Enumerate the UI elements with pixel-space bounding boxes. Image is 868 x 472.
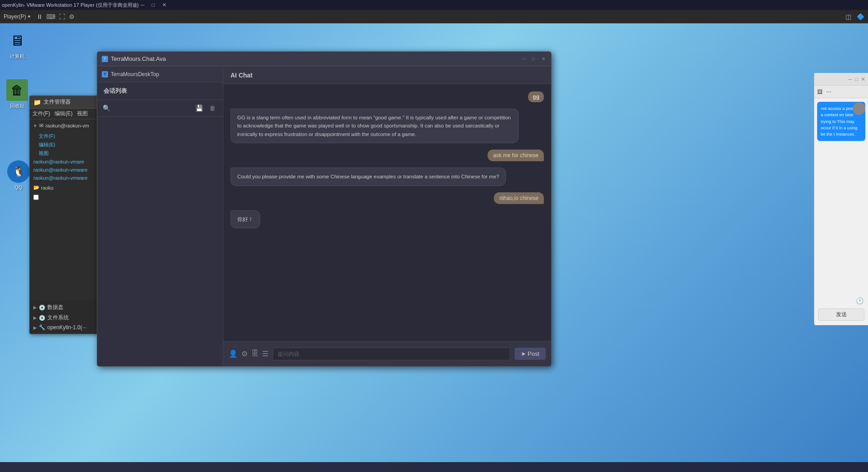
desktop-icon-trash[interactable]: 🗑 回收站 [5, 77, 30, 111]
vmware-icon-right[interactable]: 🔷 [857, 13, 864, 20]
email-icon: ✉ [39, 123, 44, 129]
chat-titlebar-controls: ─ □ ✕ [520, 56, 547, 62]
message-2: GG is a slang term often used in abbrevi… [231, 109, 519, 143]
chat-maximize-btn[interactable]: □ [530, 56, 537, 62]
sidebar-section-title: 会话列表 [97, 82, 223, 100]
msg-bubble-4: Could you please provide me with some Ch… [231, 168, 506, 186]
player-menu[interactable]: Player(P) ▼ [4, 14, 31, 20]
right-panel: ─ □ ✕ 🖼 ⋯ not access a posing a context … [814, 73, 868, 325]
chat-tab-label: AI Chat [231, 72, 253, 79]
tree-arrow-icon-2: ▶ [33, 315, 37, 320]
chat-messages: gg GG is a slang term often used in abbr… [223, 84, 551, 341]
email-addr-0: raokun@raokun-vm [45, 123, 89, 128]
chat-title-group: T TerraMours.Chat.Ava [102, 55, 520, 62]
tree-label-openkylin: openKylin-1.0(··· [47, 324, 86, 331]
rp-clock-icon: 🕐 [856, 297, 863, 304]
msg-bubble-1: gg [528, 91, 544, 102]
delete-icon[interactable]: 🗑 [208, 104, 217, 113]
player-icons: ⏸ ⌨ ⛶ ⚙ [36, 13, 75, 20]
rp-icons-row: 🖼 ⋯ [814, 86, 868, 98]
trash-icon: 🗑 [6, 79, 28, 101]
send-ctrl-alt-del-icon[interactable]: ⌨ [46, 13, 55, 20]
chat-input-icons: 👤 ⚙ 🗄 ☰ [229, 349, 268, 358]
tree-label-disk1: 数据盘 [47, 304, 63, 311]
rp-maximize-btn[interactable]: □ [855, 76, 858, 82]
fm-menu-file[interactable]: 文件(F) [32, 110, 50, 118]
fullscreen-icon[interactable]: ⛶ [59, 13, 65, 20]
rp-close-btn[interactable]: ✕ [861, 76, 865, 82]
tree-arrow-icon: ▶ [33, 305, 37, 310]
chat-minimize-btn[interactable]: ─ [520, 56, 527, 62]
folder-icon: 📁 [33, 99, 41, 106]
folder-open-icon: 📂 [33, 185, 40, 191]
rp-minimize-btn[interactable]: ─ [848, 76, 852, 82]
rp-avatar [853, 102, 865, 115]
post-button[interactable]: ➤ Post [515, 348, 546, 360]
tree-arrow-icon-3: ▶ [33, 325, 37, 330]
message-5: nihao,io chinese [494, 192, 544, 204]
disk-icon-1: 💿 [39, 304, 45, 311]
desktop-icon-computer[interactable]: 🖥 计算机 [5, 28, 30, 62]
chat-text-input[interactable] [273, 348, 510, 360]
trash-label: 回收站 [10, 103, 25, 109]
gear-icon[interactable]: ⚙ [241, 349, 248, 358]
message-6: 你好！ [231, 210, 260, 228]
arrow-down-icon: ▼ [33, 123, 37, 128]
rp-send-btn[interactable]: 发送 [818, 309, 864, 321]
chat-window: T TerraMours.Chat.Ava ─ □ ✕ T TerraMours… [97, 51, 552, 367]
sidebar-action-btns: 💾 🗑 [194, 104, 217, 113]
file-manager-title: 文件管理器 [44, 98, 71, 106]
pause-icon[interactable]: ⏸ [36, 13, 43, 20]
chat-sidebar: T TerraMoursDeskTop 会话列表 🔍 💾 🗑 [97, 66, 223, 366]
fm-menu-view[interactable]: 视图 [77, 110, 88, 118]
computer-label: 计算机 [10, 53, 25, 60]
chat-main-header: AI Chat [223, 66, 551, 84]
fm-check[interactable] [33, 195, 39, 200]
sidebar-app-header: T TerraMoursDeskTop [97, 66, 223, 82]
chat-body: T TerraMoursDeskTop 会话列表 🔍 💾 🗑 [97, 66, 551, 366]
msg-bubble-2: GG is a slang term often used in abbrevi… [231, 109, 519, 143]
unity-icon[interactable]: ◫ [845, 13, 851, 20]
msg-bubble-6: 你好！ [231, 210, 260, 228]
bottom-taskbar [0, 462, 868, 472]
save-icon[interactable]: 💾 [194, 104, 205, 113]
sidebar-search-row: 🔍 💾 🗑 [97, 100, 223, 117]
user-icon[interactable]: 👤 [229, 349, 238, 358]
sidebar-app-title: TerraMoursDeskTop [111, 71, 159, 77]
message-4: Could you please provide me with some Ch… [231, 168, 506, 186]
tree-label-disk2: 文件系统 [47, 314, 69, 322]
qq-icon: 🐧 [7, 160, 30, 183]
vmware-title: openKylin- VMware Workstation 17 Player … [2, 2, 139, 9]
minimize-btn[interactable]: ─ [139, 2, 146, 8]
sidebar-app-icon: T [102, 71, 108, 77]
openkylin-icon: 🔧 [39, 324, 45, 331]
database-icon[interactable]: 🗄 [251, 349, 258, 358]
msg-bubble-5: nihao,io chinese [494, 192, 544, 204]
chat-main: AI Chat gg GG is a slang term often used… [223, 66, 551, 366]
chat-close-btn[interactable]: ✕ [540, 56, 547, 62]
vmware-titlebar: openKylin- VMware Workstation 17 Player … [0, 0, 868, 10]
chat-titlebar: T TerraMours.Chat.Ava ─ □ ✕ [97, 52, 551, 66]
search-input[interactable] [113, 105, 191, 111]
chat-window-icon: T [102, 56, 108, 62]
desktop: 🖥 计算机 🗑 回收站 🐧 QQ 📁 文件管理器 ✕ 文件(F) 编辑(E) 视… [0, 23, 868, 462]
right-panel-titlebar: ─ □ ✕ [814, 73, 868, 86]
disk-icon-2: 💿 [39, 315, 45, 321]
msg-bubble-3: ask me for chinese [488, 150, 544, 161]
qq-label: QQ [14, 185, 22, 190]
rp-image-icon[interactable]: 🖼 [817, 89, 823, 95]
fm-menu-edit[interactable]: 编辑(E) [54, 110, 72, 118]
menu-icon[interactable]: ☰ [262, 349, 268, 358]
send-arrow-icon: ➤ [521, 350, 526, 357]
maximize-btn[interactable]: □ [150, 2, 157, 8]
search-icon: 🔍 [103, 104, 110, 112]
rp-more-icon[interactable]: ⋯ [826, 89, 832, 95]
close-btn[interactable]: ✕ [160, 2, 168, 8]
vmware-player-bar: Player(P) ▼ ⏸ ⌨ ⛶ ⚙ ◫ 🔷 [0, 10, 868, 23]
chat-title: TerraMours.Chat.Ava [111, 55, 166, 62]
message-3: ask me for chinese [488, 150, 544, 161]
rp-send-area: 发送 [818, 309, 864, 321]
desktop-icon-qq[interactable]: 🐧 QQ [5, 159, 32, 192]
settings-icon[interactable]: ⚙ [69, 13, 75, 20]
taskbar-controls: ─ □ ✕ [139, 2, 168, 8]
